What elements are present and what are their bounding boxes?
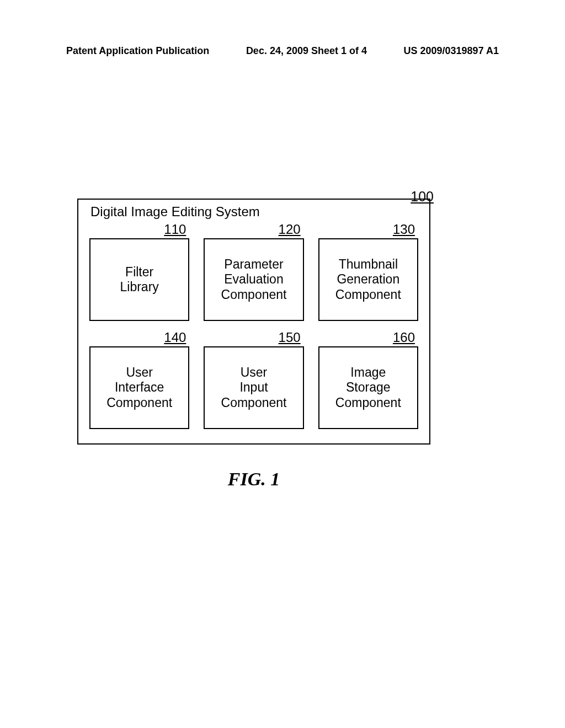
ref-150: 150 (279, 330, 301, 345)
cell-130: 130 Thumbnail Generation Component (318, 222, 418, 321)
header-left: Patent Application Publication (66, 45, 209, 57)
ref-130: 130 (393, 222, 415, 237)
ref-160: 160 (393, 330, 415, 345)
cell-120: 120 Parameter Evaluation Component (204, 222, 303, 321)
cell-160: 160 Image Storage Component (318, 330, 418, 429)
box-parameter-evaluation: Parameter Evaluation Component (204, 238, 303, 321)
box-filter-library: Filter Library (89, 238, 189, 321)
cell-140: 140 User Interface Component (89, 330, 189, 429)
ref-140: 140 (164, 330, 186, 345)
diagram-stage: 100 Digital Image Editing System 110 Fil… (77, 199, 430, 490)
box-user-input: User Input Component (204, 346, 303, 429)
ref-110: 110 (164, 222, 186, 237)
box-thumbnail-generation: Thumbnail Generation Component (318, 238, 418, 321)
header-right: US 2009/0319897 A1 (404, 45, 499, 57)
cell-150: 150 User Input Component (204, 330, 303, 429)
box-user-interface: User Interface Component (89, 346, 189, 429)
ref-120: 120 (279, 222, 301, 237)
box-image-storage: Image Storage Component (318, 346, 418, 429)
page-header: Patent Application Publication Dec. 24, … (66, 45, 499, 57)
cell-110: 110 Filter Library (89, 222, 189, 321)
system-title: Digital Image Editing System (90, 204, 418, 220)
figure-caption: FIG. 1 (77, 469, 430, 490)
system-box: Digital Image Editing System 110 Filter … (77, 199, 430, 445)
row-2: 140 User Interface Component 150 User In… (89, 330, 418, 429)
header-mid: Dec. 24, 2009 Sheet 1 of 4 (246, 45, 367, 57)
row-1: 110 Filter Library 120 Parameter Evaluat… (89, 222, 418, 321)
